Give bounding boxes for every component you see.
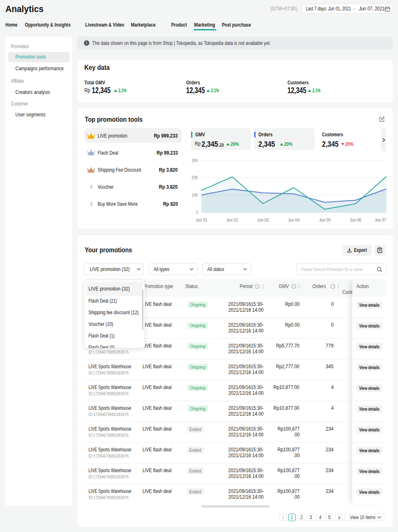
- svg-text:?: ?: [293, 285, 295, 288]
- svg-text:?: ?: [256, 285, 258, 288]
- svg-text:?: ?: [332, 285, 334, 288]
